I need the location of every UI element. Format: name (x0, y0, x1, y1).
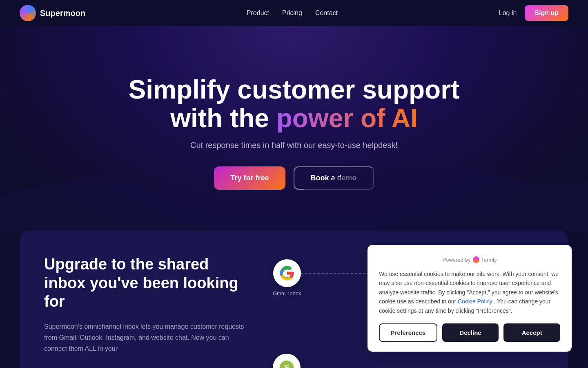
nav-item-pricing[interactable]: Pricing (282, 9, 302, 17)
gmail-icon (273, 259, 301, 287)
cookie-policy-link[interactable]: Cookie Policy (458, 298, 492, 305)
svg-text:S: S (284, 363, 290, 368)
hero-title: Simplify customer support with the power… (110, 75, 478, 133)
nav-item-product[interactable]: Product (247, 9, 269, 17)
channel-shopify: S Shopify (273, 354, 301, 368)
signup-button[interactable]: Sign up (525, 5, 568, 21)
decline-button[interactable]: Decline (442, 323, 499, 342)
brand-name: Supermoon (40, 9, 85, 18)
logo[interactable]: Supermoon (20, 5, 85, 21)
hero-section: Simplify customer support with the power… (0, 26, 588, 231)
login-button[interactable]: Log in (499, 9, 517, 17)
hero-subtitle: Cut response times in half with our easy… (190, 141, 398, 150)
termly-dot (473, 256, 479, 263)
gmail-label: Gmail Inbox (273, 290, 301, 296)
nav-item-contact[interactable]: Contact (315, 9, 338, 17)
nav-links: Product Pricing Contact (247, 9, 338, 17)
termly-logo: Termly (473, 256, 497, 263)
cookie-powered-by: Powered by Termly (379, 256, 560, 263)
hero-buttons: Try for free Book a demo (214, 166, 374, 190)
shopify-icon: S (273, 354, 301, 368)
navbar: Supermoon Product Pricing Contact Log in… (0, 0, 588, 26)
channel-gmail: Gmail Inbox (273, 259, 301, 296)
cookie-text: We use essential cookies to make our sit… (379, 269, 560, 315)
cookie-banner: Powered by Termly We use essential cooki… (368, 245, 572, 352)
book-demo-button[interactable]: Book a demo (294, 166, 374, 190)
features-text: Upgrade to the shared inbox you've been … (44, 255, 248, 354)
logo-icon (20, 5, 36, 21)
accept-button[interactable]: Accept (503, 323, 560, 342)
cookie-buttons: Preferences Decline Accept (379, 323, 560, 342)
features-heading: Upgrade to the shared inbox you've been … (44, 255, 248, 311)
nav-right: Log in Sign up (499, 5, 568, 21)
features-body: Supermoon's omnichannel inbox lets you m… (44, 321, 248, 355)
try-free-button[interactable]: Try for free (214, 166, 285, 190)
preferences-button[interactable]: Preferences (379, 323, 437, 342)
